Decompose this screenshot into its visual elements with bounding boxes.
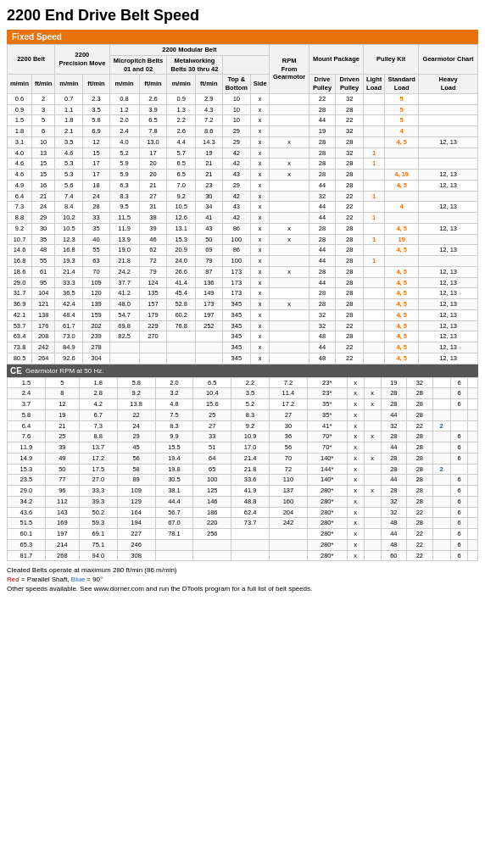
th-ft-min-4: ft/min xyxy=(196,75,223,94)
table-cell: 11.9 xyxy=(8,442,46,453)
table-cell: 27.0 xyxy=(79,475,117,486)
table-cell xyxy=(432,507,450,518)
th-ft-min-2: ft/min xyxy=(83,75,109,94)
table-cell: 13.1 xyxy=(167,223,196,234)
table-cell: 13.7 xyxy=(79,442,117,453)
table-cell: 12, 13 xyxy=(419,277,478,288)
table-cell: 5.9 xyxy=(109,170,139,181)
table-cell xyxy=(468,464,478,475)
table-cell: 56 xyxy=(117,453,155,464)
table-cell xyxy=(364,353,385,364)
table-cell: 280* xyxy=(307,496,347,507)
table-cell xyxy=(364,288,385,299)
table-cell: 7.6 xyxy=(8,431,46,442)
table-cell: 19 xyxy=(381,377,407,388)
table-cell: 26.6 xyxy=(167,266,196,277)
table-cell: 43 xyxy=(222,202,250,213)
table-cell: 2.0 xyxy=(155,377,193,388)
table-cell: 32 xyxy=(336,93,364,104)
table-cell: 23.5 xyxy=(8,475,46,486)
table-cell: 70 xyxy=(270,453,308,464)
th-m-min-3: m/min xyxy=(109,75,139,94)
table-cell: 3.5 xyxy=(231,388,270,399)
table-cell: 21.4 xyxy=(231,453,270,464)
table-cell: 12, 13 xyxy=(419,342,478,353)
table-cell: 63 xyxy=(83,256,109,267)
table-cell: 16.8 xyxy=(55,245,83,256)
table-cell xyxy=(193,550,231,561)
table-cell: 65 xyxy=(193,464,231,475)
table-cell: 36 xyxy=(270,431,308,442)
table-cell: 28 xyxy=(336,266,364,277)
table-cell: 22 xyxy=(407,507,433,518)
table-cell: 16 xyxy=(32,180,55,191)
table-cell: 42 xyxy=(222,213,250,224)
table-cell: 76.8 xyxy=(167,320,196,331)
table-cell: 1.5 xyxy=(8,377,46,388)
table-cell xyxy=(364,331,385,342)
table-cell: 28 xyxy=(407,486,433,497)
table-cell: 69.8 xyxy=(109,320,139,331)
table-cell: 7.8 xyxy=(139,126,167,137)
table-cell: 16.8 xyxy=(8,256,32,267)
table-cell: 10.4 xyxy=(193,388,231,399)
table-cell: x xyxy=(364,486,381,497)
table-cell xyxy=(364,277,385,288)
hz50-table: 1.551.85.82.06.52.27.223*x193262.482.89.… xyxy=(7,377,478,562)
table-cell: 308 xyxy=(117,550,155,561)
table-cell: 28 xyxy=(381,453,407,464)
table-cell: 32 xyxy=(381,496,407,507)
table-cell: x xyxy=(270,136,309,147)
table-cell: 124 xyxy=(139,277,167,288)
table-cell: 2.2 xyxy=(167,115,196,126)
table-cell: 70* xyxy=(307,442,347,453)
table-cell: 15.3 xyxy=(167,234,196,245)
table-cell: 19 xyxy=(309,126,335,137)
table-cell: 78.1 xyxy=(155,529,193,540)
table-cell: 6.5 xyxy=(167,170,196,181)
table-cell: 17.0 xyxy=(231,442,270,453)
th-2200-belt: 2200 Belt xyxy=(8,45,55,75)
table-cell: 3.9 xyxy=(139,104,167,115)
table-cell: 17.2 xyxy=(79,453,117,464)
table-cell: x xyxy=(347,377,364,388)
th-metalworking: MetalworkingBelts 30 thru 42 xyxy=(167,55,222,75)
table-cell: 12, 13 xyxy=(419,299,478,310)
table-cell: 8.3 xyxy=(231,409,270,420)
table-cell xyxy=(270,539,308,550)
th-mount: Mount Package xyxy=(309,45,363,75)
table-cell: 7.3 xyxy=(79,420,117,431)
table-cell xyxy=(468,518,478,529)
table-cell: 48 xyxy=(309,331,335,342)
table-cell: 278 xyxy=(83,342,109,353)
table-cell xyxy=(270,202,309,213)
table-cell xyxy=(196,331,223,342)
table-cell xyxy=(450,464,468,475)
table-cell: 7.5 xyxy=(155,409,193,420)
table-cell: 2.3 xyxy=(83,93,109,104)
table-cell: 3.5 xyxy=(83,104,109,115)
table-cell: 4, 5 xyxy=(385,288,419,299)
table-cell: 12.3 xyxy=(55,234,83,245)
table-cell: 40 xyxy=(83,234,109,245)
table-cell xyxy=(419,93,478,104)
table-cell: 4, 19 xyxy=(385,170,419,181)
table-cell: 29.0 xyxy=(8,277,32,288)
table-cell: 2.4 xyxy=(109,126,139,137)
table-cell: 4, 5 xyxy=(385,223,419,234)
table-cell: x xyxy=(251,223,270,234)
table-cell: 268 xyxy=(45,550,79,561)
table-cell xyxy=(364,320,385,331)
table-cell xyxy=(468,442,478,453)
table-cell: 48 xyxy=(381,518,407,529)
table-cell: 6.4 xyxy=(8,420,46,431)
table-cell: 8.3 xyxy=(109,191,139,202)
table-cell: 9.5 xyxy=(109,202,139,213)
table-cell xyxy=(432,453,450,464)
table-cell: 44 xyxy=(381,442,407,453)
table-cell xyxy=(468,496,478,507)
th-ft-min-3: ft/min xyxy=(139,75,167,94)
table-cell xyxy=(270,93,309,104)
table-cell: 1.5 xyxy=(8,115,32,126)
table-cell xyxy=(364,299,385,310)
